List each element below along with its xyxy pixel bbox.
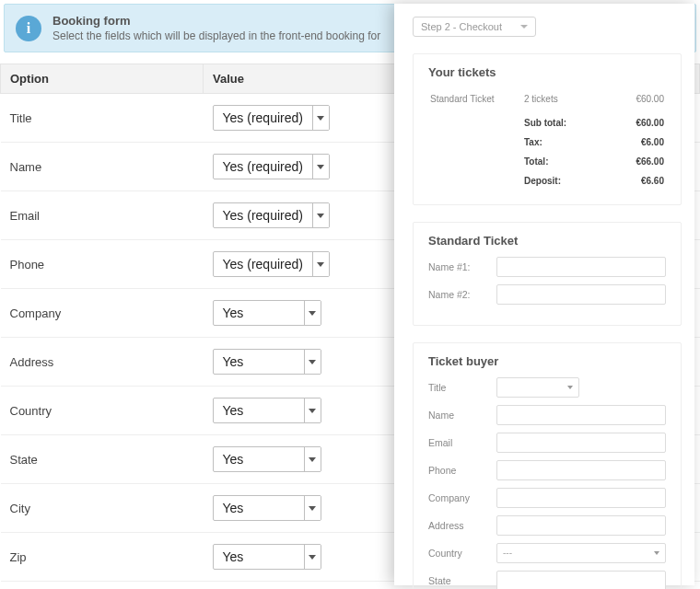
buyer-title-select[interactable]	[496, 377, 579, 398]
your-tickets-card: Your tickets Standard Ticket 2 tickets €…	[413, 53, 682, 205]
buyer-address-input[interactable]	[496, 515, 666, 536]
chevron-down-icon[interactable]	[312, 106, 329, 130]
chevron-down-icon[interactable]	[312, 203, 329, 227]
buyer-title-label: Title	[428, 382, 496, 393]
option-select-value: Yes (required)	[214, 106, 312, 130]
standard-ticket-heading: Standard Ticket	[428, 234, 666, 248]
option-label: State	[1, 435, 204, 484]
option-select-value: Yes	[214, 350, 304, 374]
chevron-down-icon[interactable]	[312, 155, 329, 179]
buyer-company-label: Company	[428, 492, 496, 503]
option-select[interactable]: Yes (required)	[213, 251, 330, 277]
option-select[interactable]: Yes (required)	[213, 154, 330, 179]
option-label: City	[1, 484, 204, 533]
buyer-country-select[interactable]: ---	[496, 543, 666, 563]
ticket-item-name: Standard Ticket	[430, 90, 522, 108]
ticket-item-total: €60.00	[595, 90, 664, 108]
tax-label: Tax:	[524, 133, 593, 151]
ticket-buyer-card: Ticket buyer Title Name Email Phone Comp…	[413, 342, 682, 589]
option-select[interactable]: Yes	[213, 495, 321, 521]
chevron-down-icon[interactable]	[304, 398, 321, 422]
option-select-value: Yes (required)	[214, 252, 312, 276]
chevron-down-icon[interactable]	[304, 350, 321, 374]
subtotal-value: €60.00	[595, 110, 664, 132]
option-select[interactable]: Yes (required)	[213, 105, 330, 131]
deposit-label: Deposit:	[524, 172, 593, 190]
chevron-down-icon[interactable]	[304, 447, 321, 471]
option-select-value: Yes (required)	[214, 203, 312, 227]
option-select[interactable]: Yes	[213, 446, 321, 472]
total-value: €66.00	[595, 153, 664, 170]
total-label: Total:	[524, 153, 593, 170]
buyer-company-input[interactable]	[496, 488, 666, 508]
option-label: Phone	[1, 240, 204, 289]
step-select[interactable]: Step 2 - Checkout	[413, 17, 536, 37]
tax-value: €6.00	[595, 133, 664, 151]
buyer-state-input[interactable]	[496, 571, 666, 589]
preview-panel: Step 2 - Checkout Your tickets Standard …	[394, 4, 694, 585]
buyer-name-input[interactable]	[496, 405, 666, 425]
buyer-state-label: State	[428, 575, 496, 586]
standard-ticket-card: Standard Ticket Name #1: Name #2:	[413, 222, 682, 326]
option-select-value: Yes (required)	[214, 155, 312, 179]
chevron-down-icon[interactable]	[304, 301, 321, 325]
option-label: Name	[1, 143, 204, 191]
subtotal-label: Sub total:	[524, 110, 593, 132]
name1-input[interactable]	[496, 257, 666, 277]
name1-label: Name #1:	[428, 261, 496, 272]
name2-input[interactable]	[496, 284, 666, 305]
option-label: Zip	[1, 533, 204, 582]
option-label: Company	[1, 289, 204, 338]
option-select[interactable]: Yes	[213, 300, 321, 326]
tickets-summary-table: Standard Ticket 2 tickets €60.00 Sub tot…	[428, 88, 666, 191]
option-select[interactable]: Yes	[213, 398, 321, 423]
chevron-down-icon[interactable]	[312, 252, 329, 276]
chevron-down-icon[interactable]	[304, 545, 321, 569]
step-select-label: Step 2 - Checkout	[421, 21, 502, 32]
buyer-phone-input[interactable]	[496, 460, 666, 480]
option-label: Address	[1, 338, 204, 387]
option-select[interactable]: Yes (required)	[213, 202, 330, 228]
ticket-buyer-heading: Ticket buyer	[428, 354, 666, 368]
option-select-value: Yes	[214, 545, 304, 569]
deposit-value: €6.60	[595, 172, 664, 190]
option-label: Email	[1, 191, 204, 240]
your-tickets-heading: Your tickets	[428, 65, 666, 79]
buyer-country-label: Country	[428, 548, 496, 559]
buyer-phone-label: Phone	[428, 465, 496, 476]
buyer-email-input[interactable]	[496, 433, 666, 453]
option-label: Country	[1, 387, 204, 435]
buyer-name-label: Name	[428, 410, 496, 421]
option-select-value: Yes	[214, 496, 304, 520]
ticket-item-qty: 2 tickets	[524, 90, 593, 108]
name2-label: Name #2:	[428, 289, 496, 300]
option-select[interactable]: Yes	[213, 349, 321, 375]
option-select-value: Yes	[214, 447, 304, 471]
buyer-email-label: Email	[428, 437, 496, 448]
chevron-down-icon[interactable]	[304, 496, 321, 520]
info-icon: i	[16, 16, 41, 41]
col-option: Option	[1, 64, 204, 94]
option-select[interactable]: Yes	[213, 544, 321, 570]
option-select-value: Yes	[214, 398, 304, 422]
buyer-address-label: Address	[428, 520, 496, 531]
option-label: Title	[1, 94, 204, 143]
option-select-value: Yes	[214, 301, 304, 325]
option-label: Notes	[1, 582, 204, 590]
